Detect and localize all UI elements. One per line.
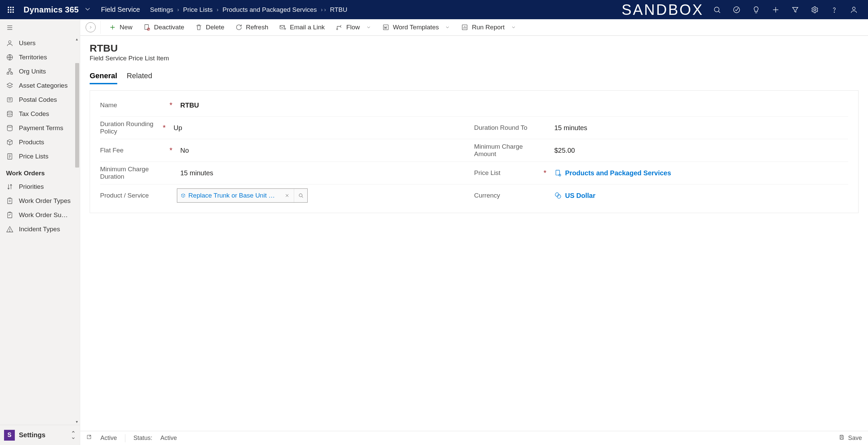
app-launcher-icon[interactable] [4,6,18,14]
svg-rect-23 [8,199,12,204]
field-value-flatfee[interactable]: No [177,147,189,154]
flow-button[interactable]: Flow [331,22,376,33]
cmd-label: Refresh [246,24,269,31]
email-link-button[interactable]: Email a Link [274,22,330,33]
sidebar-item-incident-types[interactable]: Incident Types [0,222,80,236]
cmd-label: Delete [206,24,224,31]
required-marker: * [169,146,175,155]
svg-rect-28 [280,26,285,29]
save-button[interactable]: Save [848,435,862,442]
field-label-minamount: Minimum Charge Amount [474,140,541,160]
search-icon[interactable] [710,3,724,17]
new-button[interactable]: New [104,22,137,33]
area-switcher[interactable]: S Settings ⌃⌄ [0,425,80,445]
run-report-button[interactable]: Run Report [456,22,521,33]
tab-related[interactable]: Related [127,71,152,84]
help-icon[interactable] [828,3,841,17]
sidebar-item-label: Postal Codes [19,96,57,103]
scroll-thumb[interactable] [75,63,79,168]
search-lookup-icon[interactable] [294,189,307,202]
sidebar-item-users[interactable]: Users [0,36,80,50]
svg-point-21 [7,125,12,127]
breadcrumb-item[interactable]: RTBU [330,6,347,13]
product-icon [181,192,186,199]
field-label-pricelist: Price List [474,167,541,179]
sidebar-item-products[interactable]: Products [0,135,80,149]
cmd-label: Run Report [472,24,504,31]
svg-point-8 [12,11,13,12]
field-value-roundto[interactable]: 15 minutes [551,124,587,132]
site-map-sidebar: Users Territories Org Units Asset Catego… [0,19,80,445]
cmd-label: Word Templates [393,24,439,31]
svg-rect-19 [7,98,12,102]
go-back-icon[interactable] [86,22,96,32]
sidebar-item-org-units[interactable]: Org Units [0,64,80,79]
sidebar-item-tax-codes[interactable]: Tax Codes [0,107,80,121]
svg-point-1 [10,7,11,8]
required-marker: * [169,101,175,110]
record-title: RTBU [90,42,859,54]
sidebar-item-asset-categories[interactable]: Asset Categories [0,79,80,93]
sidebar-item-price-lists[interactable]: Price Lists [0,149,80,164]
breadcrumb-item[interactable]: Price Lists [183,6,213,13]
breadcrumb-item[interactable]: Settings [150,6,173,13]
svg-rect-24 [8,213,12,218]
sidebar-item-postal-codes[interactable]: Postal Codes [0,93,80,107]
chevron-right-icon: › [177,7,179,13]
delete-button[interactable]: Delete [190,22,229,33]
field-value-rounding[interactable]: Up [170,124,182,132]
field-value-name[interactable]: RTBU [177,101,199,109]
svg-point-3 [8,9,9,10]
svg-point-29 [337,29,338,30]
task-flow-icon[interactable] [730,3,743,17]
lookup-link[interactable]: US Dollar [565,192,595,200]
clear-lookup-icon[interactable] [280,189,294,202]
app-name[interactable]: Field Service [101,6,140,13]
status-bar: Active Status: Active Save [80,431,868,445]
command-bar: New Deactivate Delete Refresh Email a Li… [80,19,868,36]
field-value-minamount[interactable]: $25.00 [551,147,575,154]
deactivate-button[interactable]: Deactivate [138,22,189,33]
sidebar-item-work-order-substatuses[interactable]: Work Order Subst… [0,208,80,222]
scroll-down-icon[interactable]: ▾ [75,419,79,424]
product-lookup[interactable]: Replace Trunk or Base Unit (Flat H… [177,188,308,203]
sidebar-group-work-orders: Work Orders [0,164,80,180]
svg-rect-16 [9,69,11,70]
required-marker: * [544,169,549,177]
area-chevron-icon[interactable]: ⌃⌄ [71,432,76,439]
svg-rect-17 [7,73,9,75]
sidebar-item-priorities[interactable]: Priorities [0,180,80,194]
sidebar-item-payment-terms[interactable]: Payment Terms [0,121,80,135]
product-name[interactable]: Dynamics 365 [24,5,79,14]
chevron-down-icon[interactable] [84,5,92,14]
lookup-value[interactable]: Replace Trunk or Base Unit (Flat H… [188,192,277,199]
cmd-label: Deactivate [154,24,184,31]
sidebar-item-work-order-types[interactable]: Work Order Types [0,194,80,208]
sidebar-item-territories[interactable]: Territories [0,50,80,64]
assistant-icon[interactable] [749,3,763,17]
field-label-product: Product / Service [100,189,167,202]
sidebar-item-label: Users [19,39,36,47]
open-in-new-icon[interactable] [86,434,92,442]
sidebar-item-label: Work Order Subst… [19,211,69,219]
add-icon[interactable] [769,3,782,17]
breadcrumb-item[interactable]: Products and Packaged Services [222,6,317,13]
sidebar-scrollbar[interactable]: ▴ ▾ [74,36,80,425]
global-nav-bar: Dynamics 365 Field Service Settings › Pr… [0,0,868,19]
tab-general[interactable]: General [90,71,117,84]
required-marker: * [163,123,168,132]
filter-icon[interactable] [788,3,802,17]
svg-point-9 [714,7,719,12]
field-value-pricelist[interactable]: Products and Packaged Services [551,169,671,177]
gear-icon[interactable] [808,3,822,17]
save-icon[interactable] [839,434,845,442]
field-value-minduration[interactable]: 15 minutes [177,169,213,177]
user-icon[interactable] [847,3,861,17]
word-templates-button[interactable]: Word Templates [377,22,455,33]
pricelist-icon [554,169,562,177]
scroll-up-icon[interactable]: ▴ [75,37,79,41]
refresh-button[interactable]: Refresh [230,22,273,33]
hamburger-icon[interactable] [0,19,80,36]
lookup-link[interactable]: Products and Packaged Services [565,169,671,177]
field-value-currency[interactable]: US Dollar [551,192,595,200]
